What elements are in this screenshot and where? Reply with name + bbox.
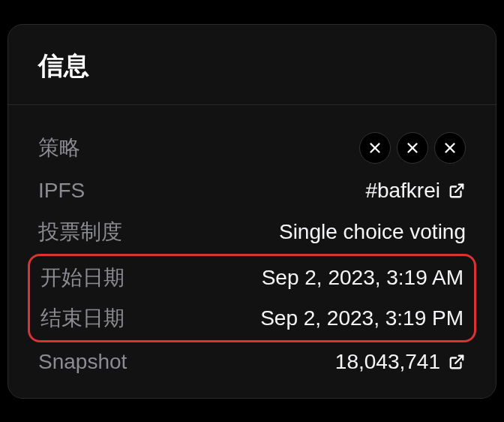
ipfs-value-container[interactable]: #bafkrei [365, 179, 466, 203]
info-card: 信息 策略 IPFS #bafkrei [8, 24, 496, 399]
end-date-row: 结束日期 Sep 2, 2023, 3:19 PM [40, 304, 464, 333]
card-header: 信息 [8, 25, 496, 105]
strategy-x-icon[interactable] [434, 132, 466, 164]
voting-system-row: 投票制度 Single choice voting [38, 218, 466, 246]
strategy-label: 策略 [38, 134, 80, 162]
external-link-icon [448, 353, 466, 371]
external-link-icon [448, 182, 466, 200]
ipfs-value: #bafkrei [365, 179, 440, 203]
voting-system-label: 投票制度 [38, 218, 122, 246]
strategy-row: 策略 [38, 132, 466, 164]
strategy-x-icon[interactable] [397, 132, 428, 164]
end-date-label: 结束日期 [40, 304, 124, 333]
start-date-label: 开始日期 [40, 264, 124, 292]
snapshot-value: 18,043,741 [335, 350, 440, 374]
start-date-row: 开始日期 Sep 2, 2023, 3:19 AM [40, 264, 464, 292]
snapshot-label: Snapshot [38, 350, 127, 374]
svg-line-7 [455, 355, 463, 363]
end-date-value: Sep 2, 2023, 3:19 PM [260, 306, 464, 330]
start-date-value: Sep 2, 2023, 3:19 AM [262, 266, 464, 290]
snapshot-value-container[interactable]: 18,043,741 [335, 350, 466, 374]
ipfs-row: IPFS #bafkrei [38, 179, 466, 203]
voting-system-value: Single choice voting [279, 220, 466, 244]
date-highlight-box: 开始日期 Sep 2, 2023, 3:19 AM 结束日期 Sep 2, 20… [28, 254, 476, 342]
card-content: 策略 IPFS #bafkrei [8, 105, 496, 398]
svg-line-6 [455, 184, 463, 191]
strategy-icons [359, 132, 466, 164]
strategy-x-icon[interactable] [359, 132, 391, 164]
snapshot-row: Snapshot 18,043,741 [38, 350, 466, 374]
ipfs-label: IPFS [38, 179, 85, 203]
card-title: 信息 [38, 49, 466, 83]
